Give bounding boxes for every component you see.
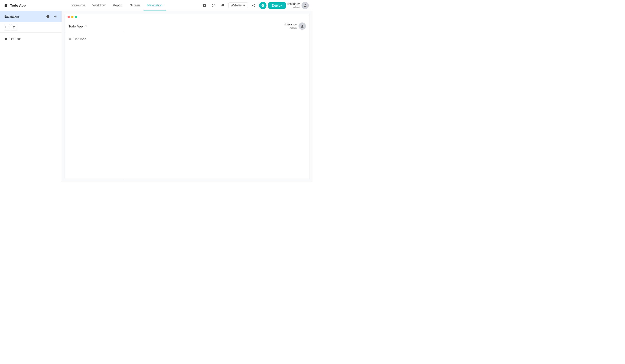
sidebar-header-icons: [45, 14, 58, 19]
browser-user-role: admin: [290, 27, 297, 29]
plus-icon: [53, 15, 57, 18]
view-split-button[interactable]: [4, 24, 10, 30]
browser-user-icon: [300, 24, 304, 28]
browser-app-header: Todo App rhakanov admin: [65, 20, 310, 32]
sidebar-title: Navigation: [4, 15, 19, 18]
nav-link-workflow[interactable]: Workflow: [89, 0, 109, 11]
browser-body: List Todo: [65, 32, 310, 179]
browser-avatar[interactable]: [299, 22, 306, 30]
app-logo[interactable]: Todo App: [4, 3, 26, 8]
username: rhakanov: [287, 2, 300, 5]
browser-app-name: Todo App: [68, 24, 83, 28]
sidebar-nav-list-todo[interactable]: List Todo: [2, 35, 60, 42]
app-title: Todo App: [10, 3, 26, 7]
add-nav-button[interactable]: [52, 14, 58, 19]
browser-nav-item-label: List Todo: [73, 37, 86, 41]
browser-dot-maximize: [75, 16, 77, 18]
nav-link-report[interactable]: Report: [109, 0, 126, 11]
main-layout: Navigation: [0, 11, 312, 182]
home-nav-icon: [4, 37, 8, 40]
share-icon: [251, 3, 256, 7]
browser-nav-panel: List Todo: [65, 32, 124, 179]
view-toggle: [0, 22, 62, 32]
sidebar-nav-items: List Todo: [0, 32, 62, 182]
history-button[interactable]: [45, 14, 51, 19]
nav-link-navigation[interactable]: Navigation: [144, 0, 166, 11]
bell-icon: [221, 3, 225, 7]
fullscreen-button[interactable]: [210, 2, 217, 9]
browser-user-text: rhakanov admin: [284, 23, 297, 30]
play-button[interactable]: [259, 2, 266, 9]
expand-icon: [212, 3, 216, 7]
avatar[interactable]: [302, 2, 309, 9]
browser-username: rhakanov: [284, 23, 297, 26]
chevron-down-icon: [243, 4, 246, 7]
top-navigation: Todo App Resource Workflow Report Screen…: [0, 0, 312, 11]
website-button[interactable]: Website: [228, 2, 248, 8]
home-icon: [4, 3, 8, 8]
nav-links: Resource Workflow Report Screen Navigati…: [33, 0, 201, 11]
preview-area: Todo App rhakanov admin: [62, 11, 312, 182]
user-text: rhakanov admin: [287, 2, 300, 9]
window-icon: [13, 26, 16, 29]
browser-app-title-container[interactable]: Todo App: [68, 24, 88, 28]
left-sidebar: Navigation: [0, 11, 62, 182]
list-icon: [68, 37, 72, 41]
nav-link-screen[interactable]: Screen: [126, 0, 144, 11]
settings-button[interactable]: [201, 2, 208, 9]
sidebar-nav-label: List Todo: [10, 37, 22, 40]
browser-main-content: [124, 32, 310, 179]
browser-content: Todo App rhakanov admin: [65, 20, 310, 179]
browser-dot-close: [67, 16, 70, 18]
notifications-button[interactable]: [219, 2, 226, 9]
browser-titlebar: [65, 14, 310, 20]
gear-icon: [202, 3, 207, 7]
sidebar-header: Navigation: [0, 11, 62, 22]
history-icon: [46, 15, 50, 18]
user-info[interactable]: rhakanov admin: [287, 2, 309, 9]
browser-user-info[interactable]: rhakanov admin: [284, 22, 306, 30]
deploy-button[interactable]: Deploy: [268, 2, 286, 9]
share-button[interactable]: [250, 2, 257, 9]
browser-nav-list-todo[interactable]: List Todo: [65, 35, 124, 43]
play-icon: [261, 4, 264, 7]
browser-dot-minimize: [71, 16, 73, 18]
user-role: admin: [293, 6, 300, 9]
top-nav-right: Website Deploy rhakanov admin: [201, 2, 309, 9]
browser-chevron-down-icon: [84, 24, 88, 28]
view-single-button[interactable]: [11, 24, 17, 30]
columns-icon: [5, 26, 8, 29]
user-icon: [303, 4, 307, 7]
browser-chrome: Todo App rhakanov admin: [64, 14, 310, 179]
website-label: Website: [231, 4, 242, 7]
nav-link-resource[interactable]: Resource: [68, 0, 89, 11]
